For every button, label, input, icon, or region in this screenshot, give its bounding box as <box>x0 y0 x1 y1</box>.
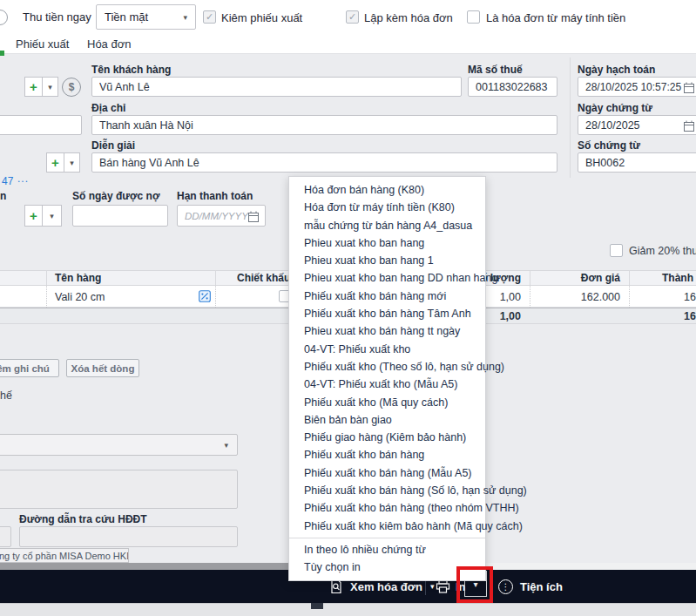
print-menu-item[interactable]: Phiếu xuất kho kiêm bảo hành (Mã quy các… <box>289 518 485 535</box>
due-date-input[interactable]: DD/MM/YYYY <box>177 205 266 227</box>
chevron-down-icon: ▾ <box>224 441 228 450</box>
memo-input[interactable] <box>91 152 557 173</box>
print-menu-item[interactable]: Phiếu xuất kho bán hàng Tâm Anh <box>289 305 485 322</box>
bottom-strip <box>0 603 696 616</box>
col-divider <box>46 270 47 286</box>
tax-code-input[interactable] <box>468 77 557 97</box>
print-menu-item[interactable]: Phiếu xuất kho bán hàng (Số lô, hạn sử d… <box>289 482 485 499</box>
sales-invoice-window: Thu tiền ngay Tiền mặt ▾ ✓ Kiêm phiếu xu… <box>0 0 696 616</box>
company-tab[interactable]: ng ty cổ phần MISA Demo HKD 1 <box>0 548 129 563</box>
tab-hoa-don[interactable]: Hóa đơn <box>87 37 131 51</box>
dropdown-button[interactable]: ▾ <box>64 152 80 173</box>
due-date-placeholder: DD/MM/YYYY <box>185 211 248 221</box>
export-slip-checkbox-label: Kiêm phiếu xuất <box>221 11 302 24</box>
print-menu-item[interactable]: 04-VT: Phiếu xuất kho (Mẫu A5) <box>289 376 485 393</box>
print-menu-item[interactable]: Phiếu xuất kho (Mã quy cách) <box>289 394 485 411</box>
payment-method-select[interactable]: Tiền mặt ▾ <box>96 4 196 30</box>
print-menu-item[interactable]: Phiếu xuất kho bán hàng (Mẫu A5) <box>289 464 485 482</box>
plus-icon: + <box>30 79 37 94</box>
print-menu-item-batch[interactable]: In theo lô nhiều chứng từ <box>289 541 485 558</box>
print-menu-item[interactable]: Phiếu xuất kho bán hàng <box>289 446 485 464</box>
print-menu-item[interactable]: Phiếu xuất kho bán hàng mới <box>289 288 485 305</box>
left-cut-select[interactable]: ▾ <box>0 434 238 456</box>
col-header-item[interactable]: Tên hàng <box>55 270 101 286</box>
dots-glyph: ⋮ <box>502 582 510 592</box>
print-menu-item[interactable]: 04-VT: Phiếu xuất kho <box>289 341 485 358</box>
with-invoice-checkbox[interactable]: ✓ <box>346 10 359 24</box>
pos-invoice-checkbox[interactable] <box>467 10 480 24</box>
einvoice-lookup-label: Đường dẫn tra cứu HĐĐT <box>19 513 147 525</box>
add-button[interactable]: + <box>46 152 64 173</box>
form-column-divider <box>570 58 571 178</box>
partial-text: hế <box>0 389 12 402</box>
currency-icon[interactable]: $ <box>62 78 81 97</box>
left-cut-small-input[interactable] <box>0 526 11 547</box>
tab-phieu-xuat[interactable]: Phiếu xuất <box>16 37 69 51</box>
dropdown-button[interactable]: ▾ <box>42 77 58 97</box>
print-menu-item[interactable]: Phieu xuat kho bán hàng tt ngày <box>289 322 485 340</box>
doc-no-input[interactable] <box>578 152 696 173</box>
left-cut-textarea[interactable] <box>0 470 238 509</box>
export-slip-checkbox[interactable]: ✓ <box>203 10 216 24</box>
customer-input[interactable] <box>91 77 462 97</box>
customer-label: Tên khách hàng <box>91 64 171 76</box>
col-header-price[interactable]: Đơn giá <box>530 270 620 286</box>
chevron-down-icon: ▾ <box>183 13 187 22</box>
col-header-amount[interactable]: Thành <box>662 270 693 286</box>
print-menu-item[interactable]: mẫu chứng từ bán hàng A4_dasua <box>289 217 485 234</box>
unit-convert-icon[interactable] <box>199 290 211 305</box>
print-menu-item[interactable]: Phieu xuat kho ban hang DD nhan hang <box>289 269 485 287</box>
posting-date-input[interactable]: 28/10/2025 10:57:25 <box>578 77 696 97</box>
einvoice-lookup-input[interactable] <box>19 526 238 547</box>
utilities-icon: ⋮ <box>498 579 513 594</box>
print-menu-item[interactable]: Phiếu xuất kho (Theo số lô, hạn sử dụng) <box>289 358 485 376</box>
dollar-glyph: $ <box>69 81 75 93</box>
tabs-divider <box>0 53 696 54</box>
print-menu-item[interactable]: Biên bản bàn giao <box>289 411 485 429</box>
add-button[interactable]: + <box>24 205 42 227</box>
payment-method-value: Tiền mặt <box>105 10 148 24</box>
utilities-button[interactable]: ⋮ Tiện ích <box>498 570 563 603</box>
row-item-name: Vali 20 cm <box>55 286 105 308</box>
chevron-down-icon: ▾ <box>70 159 74 167</box>
debt-days-label: Số ngày được nợ <box>72 190 159 202</box>
plus-icon: + <box>30 208 37 223</box>
posting-date-value: 28/10/2025 10:57:25 <box>585 81 681 93</box>
print-menu-item[interactable]: Phiếu giao hàng (Kiêm bảo hành) <box>289 429 485 446</box>
with-invoice-checkbox-label: Lập kèm hóa đơn <box>364 11 453 24</box>
preview-invoice-label: Xem hóa đơn <box>350 580 422 593</box>
calendar-icon[interactable] <box>684 120 694 134</box>
col-divider <box>46 286 48 308</box>
chevron-down-icon: ▾ <box>48 83 52 91</box>
vat-reduce-checkbox[interactable] <box>610 244 623 257</box>
print-menu-item[interactable]: Phiếu xuất kho bán hàng (theo nhóm VTHH) <box>289 499 485 517</box>
more-link[interactable]: ... <box>17 173 29 185</box>
records-count-link[interactable]: 47 <box>2 175 13 187</box>
annotation-highlight <box>456 566 493 603</box>
clear-rows-button[interactable]: Xóa hết dòng <box>66 359 139 377</box>
chevron-down-icon: ▾ <box>50 212 54 220</box>
doc-date-input[interactable]: 28/10/2025 <box>578 115 696 135</box>
print-menu-item[interactable]: Phieu xuat kho ban hang 1 <box>289 252 485 269</box>
plus-icon: + <box>51 155 59 170</box>
address-input[interactable] <box>91 115 557 135</box>
posting-date-label: Ngày hạch toán <box>578 64 655 76</box>
print-menu-item[interactable]: Hóa đơn bán hàng (K80) <box>289 181 485 199</box>
print-menu-item[interactable]: Phieu xuat kho ban hang <box>289 234 485 252</box>
debt-days-input[interactable] <box>72 205 168 227</box>
utilities-label: Tiện ích <box>520 580 563 593</box>
calendar-icon[interactable] <box>248 211 259 225</box>
row-price: 162.000 <box>530 286 620 308</box>
add-button[interactable]: + <box>24 77 42 97</box>
print-menu-item[interactable]: Hóa đơn từ máy tính tiền (K80) <box>289 199 485 216</box>
due-date-label: Hạn thanh toán <box>177 190 253 202</box>
add-note-button[interactable]: hêm ghi chú <box>0 359 59 377</box>
check-icon: ✓ <box>206 11 213 23</box>
chevron-down-icon: ▾ <box>430 582 435 591</box>
doc-date-label: Ngày chứng từ <box>578 102 652 114</box>
calendar-icon[interactable] <box>684 82 694 96</box>
active-tab-underline <box>0 51 4 56</box>
dropdown-button[interactable]: ▾ <box>42 205 62 227</box>
left-cut-input[interactable] <box>0 115 82 135</box>
check-icon: ✓ <box>348 11 356 23</box>
